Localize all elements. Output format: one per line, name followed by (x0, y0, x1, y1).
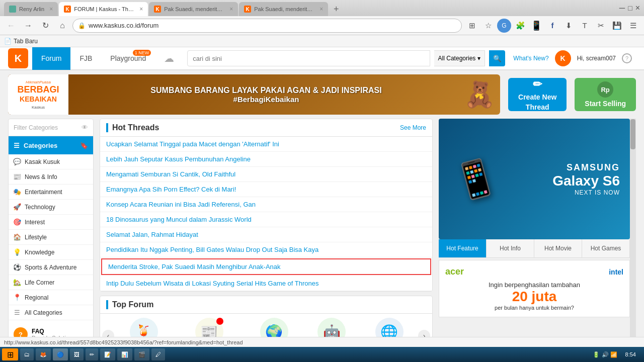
sports-icon: ⚽ (14, 264, 21, 271)
sidebar-item-entertainment[interactable]: 🎭 Entertainment (9, 185, 93, 200)
start-button[interactable]: ⊞ (2, 348, 18, 360)
search-category-dropdown[interactable]: All Categories ▾ (434, 50, 486, 66)
taskbar-app-premiere[interactable]: 🎬 (134, 348, 149, 360)
sidebar-item-news-info[interactable]: 📰 News & Info (9, 169, 93, 185)
extensions-icon[interactable]: 🧩 (513, 19, 527, 33)
intel-brand: intel (609, 268, 623, 276)
bookmark-label: Tab Baru (14, 38, 38, 45)
minimize-button[interactable]: ─ (619, 4, 625, 13)
hot-info-tab[interactable]: Hot Info (487, 239, 534, 257)
sidebar-item-regional[interactable]: 📍 Regional (9, 290, 93, 305)
sidebar-item-knowledge[interactable]: 💡 Knowledge (9, 245, 93, 260)
kaskus-logo[interactable]: K (8, 48, 28, 68)
top-forum-title: Top Forum (106, 300, 153, 309)
search-icon[interactable]: ⊞ (465, 19, 479, 33)
address-bar[interactable]: 🔒 www.kaskus.co.id/forum (72, 19, 462, 33)
user-avatar: K (555, 50, 571, 66)
translate-icon[interactable]: T (578, 19, 592, 33)
sidebar-item-technology[interactable]: 🚀 Technology (9, 200, 93, 215)
tab-close-1[interactable]: × (49, 6, 53, 13)
help-button[interactable]: ? (622, 53, 632, 63)
sidebar-item-kasak-kusuk[interactable]: 💬 Kasak Kusuk (9, 154, 93, 169)
home-button[interactable]: ⌂ (55, 19, 69, 33)
taskbar-app-pen[interactable]: 🖊 (151, 348, 165, 360)
browser-tab-4[interactable]: K Pak Suaedi, menderita stro... × (239, 2, 328, 16)
thread-item-7[interactable]: Pendidikan Itu Nggak Penting, Bill Gates… (100, 242, 432, 257)
hot-tabs: Hot Feature Hot Info Hot Movie Hot Games (439, 239, 630, 258)
taskbar-app-explorer[interactable]: 🗂 (20, 348, 34, 360)
banner-main-text: SUMBANG BARANG LAYAK PAKAI AGAN & JADI I… (68, 86, 464, 95)
hot-movie-tab[interactable]: Hot Movie (534, 239, 582, 257)
news-icon: 📰 (14, 173, 21, 180)
scrollbar-track[interactable] (630, 119, 636, 350)
sidebar-item-sports[interactable]: ⚽ Sports & Adventure (9, 260, 93, 275)
maximize-button[interactable]: □ (628, 4, 632, 12)
taskbar-app-chrome[interactable]: 🔵 (53, 348, 68, 360)
thread-item-6[interactable]: Selamat Jalan, Rahmat Hidayat (100, 227, 432, 242)
search-input[interactable] (187, 50, 430, 66)
interest-icon: 🎯 (14, 219, 21, 226)
bookmark-icon[interactable]: ☆ (481, 19, 495, 33)
taskbar-app-photoshop[interactable]: 🖼 (70, 348, 84, 360)
refresh-button[interactable]: ↻ (38, 19, 52, 33)
hot-games-tab[interactable]: Hot Games (582, 239, 630, 257)
new-tab-button[interactable]: + (329, 2, 343, 16)
sidebar-entertainment-label: Entertainment (25, 189, 62, 196)
save-icon[interactable]: 💾 (610, 19, 624, 33)
scissors-icon[interactable]: ✂ (594, 19, 608, 33)
thread-item-1[interactable]: Lebih Jauh Seputar Kasus Pembunuhan Ange… (100, 152, 432, 167)
taskbar-app-lightroom[interactable]: 📊 (117, 348, 132, 360)
thread-item-0[interactable]: Ucapkan Selamat Tinggal pada Macet denga… (100, 137, 432, 152)
sidebar-item-life-corner[interactable]: 🏡 Life Corner (9, 275, 93, 290)
close-button[interactable]: × (635, 4, 640, 13)
start-selling-button[interactable]: Rp Start Selling (575, 78, 636, 111)
thread-item-2[interactable]: Mengamati Semburan Si Cantik, Old Faithf… (100, 167, 432, 182)
thread-item-4[interactable]: Konsep Acara Reunian ini Bisa Jadi Refer… (100, 197, 432, 212)
whats-new-link[interactable]: What's New? (513, 55, 548, 62)
status-url: http://www.kaskus.co.id/thread/557d8bc49… (4, 339, 243, 345)
see-more-link[interactable]: See More (400, 124, 426, 131)
back-button[interactable]: ← (4, 19, 18, 33)
facebook-icon[interactable]: f (545, 19, 559, 33)
taskbar-app-aftereffects[interactable]: 📝 (100, 348, 115, 360)
search-button[interactable]: 🔍 (489, 50, 505, 66)
entertainment-icon: 🎭 (14, 189, 21, 196)
nav-forum[interactable]: Forum (32, 47, 70, 70)
download-icon[interactable]: ⬇ (561, 19, 576, 33)
tab-close-3[interactable]: × (229, 6, 233, 13)
sidebar-item-all-categories[interactable]: ☰ All Categories (9, 305, 93, 320)
bookmark-tab-baru[interactable]: 📄 Tab Baru (4, 38, 38, 45)
profile-icon[interactable]: G (497, 19, 511, 33)
thread-item-3[interactable]: Emangnya Apa Sih Porn Effect? Cek di Mar… (100, 182, 432, 197)
taskbar-app-illustrator[interactable]: ✏ (86, 348, 98, 360)
cloud-icon[interactable]: ☁ (159, 48, 179, 68)
scrollbar-thumb[interactable] (630, 119, 635, 149)
menu-icon[interactable]: ☰ (626, 19, 640, 33)
tab-close-4[interactable]: × (319, 6, 323, 13)
browser-tab-2[interactable]: K FORUM | Kaskus - The Lar... × (59, 2, 148, 16)
taskbar-clock: 8:54 (621, 351, 640, 357)
sidebar: Filter Categories 👁 ☰ Categories 🔖 💬 Kas… (8, 119, 94, 350)
tab-close-2[interactable]: × (139, 6, 143, 13)
nav-fjb[interactable]: FJB (70, 47, 101, 70)
bookmark-icon[interactable]: 🔖 (80, 142, 88, 149)
create-new-thread-button[interactable]: ✏ Create New Thread (508, 78, 567, 111)
samsung-advertisement: 📱 SAMSUNG Galaxy S6 NEXT IS NOW (439, 119, 630, 239)
browser-tab-3[interactable]: K Pak Suaedi, menderita stro... × (149, 2, 238, 16)
sidebar-item-lifestyle[interactable]: 🏠 Lifestyle (9, 230, 93, 245)
thread-item-9[interactable]: Intip Dulu Sebelum Wisata di Lokasi Syut… (100, 276, 432, 291)
whatsapp-icon[interactable]: 📱 (529, 19, 543, 33)
thread-item-8-highlighted[interactable]: Menderita Stroke, Pak Suaedi Masih Mengh… (101, 258, 431, 275)
knowledge-icon: 💡 (14, 249, 21, 256)
rp-icon: Rp (597, 81, 613, 98)
taskbar-app-firefox[interactable]: 🦊 (36, 348, 51, 360)
hot-feature-tab[interactable]: Hot Feature (439, 239, 487, 257)
tab-label-3: Pak Suaedi, menderita stro... (164, 6, 224, 12)
forward-button[interactable]: → (21, 19, 35, 33)
nav-playground[interactable]: Playground 1 NEW (101, 47, 155, 70)
eye-icon[interactable]: 👁 (82, 124, 88, 131)
sidebar-item-interest[interactable]: 🎯 Interest (9, 215, 93, 230)
thread-item-5[interactable]: 18 Dinosaurus yang Muncul dalam Jurassic… (100, 212, 432, 227)
browser-tab-1[interactable]: Reny Arlin × (4, 2, 58, 16)
banner-main: HikmahPuasa BERBAGI KEBAIKAN Kaskus SUMB… (8, 74, 500, 115)
